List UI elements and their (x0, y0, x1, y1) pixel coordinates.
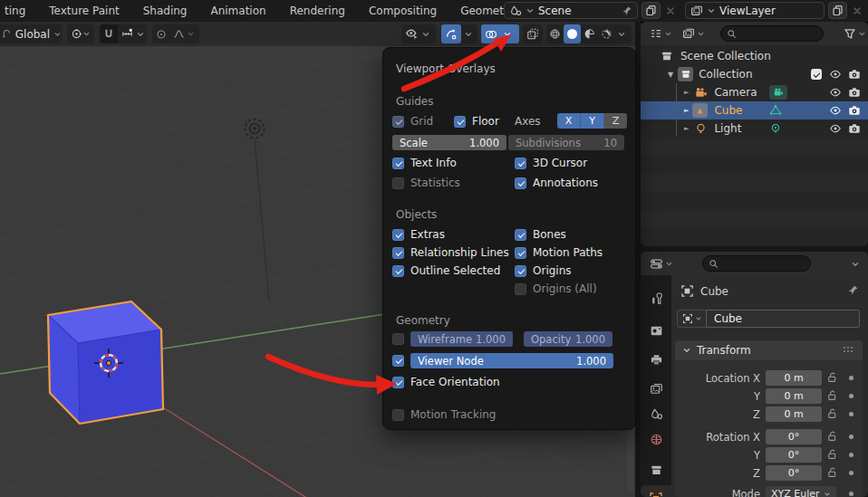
hide-eye-icon[interactable] (829, 68, 842, 81)
collection-enable-checkbox[interactable] (811, 69, 822, 80)
hide-eye-icon[interactable] (829, 122, 842, 135)
tab-collection[interactable] (641, 458, 671, 482)
cursor-checkbox[interactable] (515, 158, 526, 169)
object-visibility-button[interactable] (401, 24, 421, 43)
view-layer-remove-icon[interactable] (852, 5, 863, 16)
tab-rendering[interactable]: Rendering (278, 0, 357, 22)
axis-z-toggle[interactable]: Z (604, 113, 627, 129)
show-overlays-toggle[interactable] (481, 24, 501, 43)
motion-paths-row[interactable]: Motion Paths (515, 246, 603, 259)
viewer-node-checkbox[interactable] (392, 355, 404, 367)
viewer-node-slider[interactable]: Viewer Node 1.000 (410, 353, 613, 368)
proportional-edit-toggle[interactable] (152, 24, 170, 43)
extras-row[interactable]: Extras (392, 228, 445, 241)
relationship-lines-checkbox[interactable] (392, 247, 404, 259)
face-orientation-row[interactable]: Face Orientation (392, 376, 500, 388)
annotations-checkbox[interactable] (515, 177, 526, 189)
motion-paths-checkbox[interactable] (515, 247, 526, 259)
xray-toggle[interactable] (523, 24, 543, 43)
floor-checkbox-row[interactable]: Floor (454, 115, 499, 128)
object-name-field[interactable]: Cube (706, 310, 860, 328)
text-info-checkbox[interactable] (392, 158, 404, 169)
pin-icon[interactable] (847, 284, 859, 296)
cursor-row[interactable]: 3D Cursor (515, 157, 587, 169)
snap-with-button[interactable] (118, 24, 136, 43)
rotation-y-field[interactable]: 0° (766, 447, 822, 463)
tab-uv-editing[interactable]: ting (0, 0, 37, 22)
text-info-row[interactable]: Text Info (392, 157, 457, 169)
disable-render-camera-icon[interactable] (848, 104, 861, 117)
shading-material-button[interactable] (581, 24, 598, 43)
animate-dot[interactable] (849, 394, 854, 398)
lock-icon[interactable] (826, 448, 838, 460)
animate-dot[interactable] (849, 492, 854, 496)
origins-row[interactable]: Origins (515, 264, 572, 277)
tab-object[interactable] (641, 485, 671, 497)
transform-orientation-dropdown[interactable]: Global (0, 24, 62, 43)
chevron-down-icon[interactable] (665, 260, 673, 268)
tab-output[interactable] (641, 348, 671, 371)
location-z-field[interactable]: 0 m (766, 406, 822, 422)
statistics-row[interactable]: Statistics (392, 177, 460, 189)
lock-icon[interactable] (826, 407, 838, 419)
chevron-down-icon[interactable] (858, 30, 866, 38)
display-mode-icon[interactable] (682, 27, 695, 40)
chevron-down-icon[interactable] (136, 30, 145, 39)
chevron-down-icon[interactable] (187, 30, 195, 38)
bones-checkbox[interactable] (515, 229, 526, 241)
tab-tool[interactable] (641, 286, 671, 310)
animate-dot[interactable] (849, 376, 854, 380)
disclosure-right-icon[interactable]: ► (684, 125, 689, 132)
snap-toggle[interactable] (100, 24, 118, 43)
extras-checkbox[interactable] (392, 229, 404, 241)
tab-texture-paint[interactable]: Texture Paint (37, 0, 130, 22)
lock-icon[interactable] (826, 430, 838, 442)
hide-eye-icon[interactable] (829, 86, 842, 99)
view-layer-new-button[interactable] (828, 2, 847, 19)
show-gizmos-toggle[interactable] (441, 24, 461, 43)
outliner-editor-icon[interactable] (650, 27, 662, 40)
opacity-slider[interactable]: Opacity 1.000 (524, 331, 612, 347)
light-data-icon[interactable] (769, 122, 782, 135)
tab-render[interactable] (641, 319, 671, 342)
chevron-down-icon[interactable] (464, 30, 473, 39)
rotation-z-field[interactable]: 0° (766, 465, 822, 481)
face-orientation-checkbox[interactable] (392, 377, 404, 388)
scene-unlink-icon[interactable] (665, 5, 676, 16)
outliner-search-input[interactable] (720, 25, 824, 42)
rotation-x-field[interactable]: 0° (766, 429, 822, 444)
grid-checkbox-row[interactable]: Grid (392, 115, 433, 128)
floor-checkbox[interactable] (454, 116, 466, 128)
motion-tracking-checkbox[interactable] (392, 409, 404, 421)
motion-tracking-row[interactable]: Motion Tracking (392, 408, 496, 421)
origins-all-checkbox[interactable] (515, 283, 526, 295)
tab-animation[interactable]: Animation (198, 0, 277, 22)
lock-icon[interactable] (826, 389, 838, 401)
falloff-button[interactable] (170, 24, 187, 43)
origins-all-row[interactable]: Origins (All) (515, 282, 597, 295)
location-y-field[interactable]: 0 m (766, 388, 822, 404)
camera-data-badge[interactable] (769, 85, 787, 100)
disclosure-down-icon[interactable]: ▼ (668, 71, 673, 79)
grid-subdivisions-slider[interactable]: Subdivisions 10 (508, 135, 624, 150)
disclosure-right-icon[interactable]: ► (684, 107, 689, 114)
outline-selected-checkbox[interactable] (392, 265, 404, 277)
disable-render-camera-icon[interactable] (848, 122, 861, 135)
statistics-checkbox[interactable] (392, 177, 404, 189)
tab-compositing[interactable]: Compositing (357, 0, 448, 22)
pin-icon[interactable] (622, 5, 632, 16)
animate-dot[interactable] (849, 412, 854, 416)
bones-row[interactable]: Bones (515, 228, 566, 241)
shading-solid-button[interactable] (564, 24, 581, 43)
disable-render-camera-icon[interactable] (848, 86, 861, 99)
properties-search-input[interactable] (702, 255, 811, 272)
chevron-down-icon[interactable] (851, 260, 860, 269)
rotation-mode-dropdown[interactable]: XYZ Euler (766, 486, 836, 497)
chevron-down-icon[interactable] (697, 30, 705, 38)
axis-y-toggle[interactable]: Y (581, 113, 604, 129)
tab-view-layer[interactable] (641, 377, 671, 400)
grid-scale-slider[interactable]: Scale 1.000 (392, 135, 506, 150)
pivot-point-dropdown[interactable] (67, 24, 94, 43)
animate-dot[interactable] (849, 471, 854, 475)
lock-icon[interactable] (826, 371, 838, 383)
